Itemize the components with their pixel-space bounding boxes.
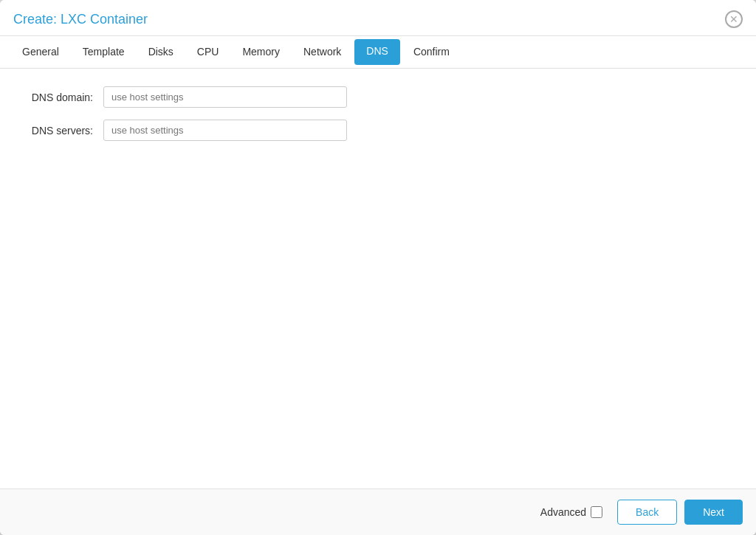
tab-disks[interactable]: Disks bbox=[137, 37, 185, 69]
dns-domain-label: DNS domain: bbox=[15, 92, 103, 103]
tab-dns[interactable]: DNS bbox=[354, 39, 400, 65]
tab-general[interactable]: General bbox=[10, 37, 71, 69]
create-lxc-dialog: Create: LXC Container ✕ General Template… bbox=[0, 0, 756, 535]
advanced-label[interactable]: Advanced bbox=[540, 506, 602, 518]
advanced-text: Advanced bbox=[540, 506, 586, 518]
tab-bar: General Template Disks CPU Memory Networ… bbox=[0, 36, 756, 69]
next-button[interactable]: Next bbox=[684, 500, 743, 525]
dialog-footer: Advanced Back Next bbox=[0, 489, 756, 535]
back-button[interactable]: Back bbox=[617, 500, 677, 525]
tab-template[interactable]: Template bbox=[71, 37, 137, 69]
dialog-header: Create: LXC Container ✕ bbox=[0, 0, 756, 36]
dns-servers-row: DNS servers: bbox=[15, 120, 741, 141]
dns-servers-input[interactable] bbox=[103, 120, 347, 141]
tab-cpu[interactable]: CPU bbox=[185, 37, 231, 69]
dialog-body: DNS domain: DNS servers: bbox=[0, 69, 756, 489]
tab-confirm[interactable]: Confirm bbox=[402, 37, 461, 69]
dns-servers-label: DNS servers: bbox=[15, 125, 103, 137]
advanced-checkbox[interactable] bbox=[591, 506, 602, 518]
close-button[interactable]: ✕ bbox=[725, 10, 743, 28]
tab-network[interactable]: Network bbox=[292, 37, 353, 69]
dns-domain-input[interactable] bbox=[103, 86, 347, 108]
dialog-title: Create: LXC Container bbox=[13, 12, 148, 27]
dns-domain-row: DNS domain: bbox=[15, 86, 741, 108]
tab-memory[interactable]: Memory bbox=[230, 37, 292, 69]
